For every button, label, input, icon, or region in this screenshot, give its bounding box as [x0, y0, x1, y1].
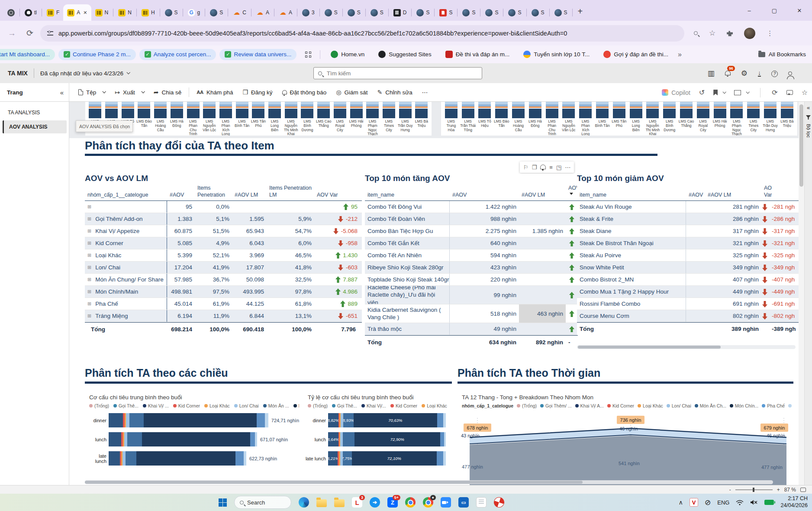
url-field[interactable]: app.powerbi.com/groups/df0b8997-7710-420… — [40, 25, 684, 42]
store-mini-chart[interactable]: LMS Phan Xích Long — [578, 102, 593, 136]
all-bookmarks-button[interactable]: All Bookmarks — [758, 51, 806, 58]
table-row[interactable]: Combo Bistrot 2_MN407 nghìn-407 ngh — [577, 274, 799, 286]
column-header[interactable]: AOV Var — [314, 192, 359, 199]
fit-to-page-icon[interactable] — [800, 488, 806, 492]
expand-icon[interactable]: ⊞ — [87, 216, 91, 222]
legend-item[interactable]: (Trống) — [517, 403, 537, 408]
notepad-icon[interactable] — [476, 497, 487, 508]
table-row[interactable]: Steak De Bistrot Thăn Ngoại321 nghìn-321… — [577, 237, 799, 249]
bookmark-item[interactable]: Home.vn — [328, 51, 367, 58]
visual-aov-vs-aovlm-table[interactable]: AOV vs AOV LM nhóm_cấp_1__catelogue#AOVI… — [85, 174, 362, 336]
table-total-row[interactable]: Tổng634 nghìn892 nghìn- — [365, 335, 578, 349]
eye-off-icon[interactable]: ⊘ — [705, 498, 711, 507]
reload-icon[interactable]: ⟳ — [26, 28, 33, 38]
legend-item[interactable]: Tráng Miệng — [788, 403, 793, 408]
store-mini-chart[interactable]: LMS Cao Thắng — [679, 102, 694, 136]
sidebar-item-aov-analysis[interactable]: AOV ANALYSIS — [3, 120, 67, 133]
table-row[interactable]: ⊞Món Ăn Chung/ For Share57.98536,7%50.09… — [85, 274, 362, 286]
minimize-button[interactable]: – — [737, 7, 762, 14]
column-header[interactable]: item_name — [577, 192, 686, 199]
store-mini-chart[interactable]: LMS Đào Tấn — [136, 102, 152, 136]
vietkey-icon[interactable]: V — [690, 498, 698, 507]
table-row[interactable]: Combo Bàn Tiệc Hợp Gu2.275 nghìn1.385 ng… — [365, 225, 578, 237]
zalo-icon[interactable]: Z5+ — [387, 497, 398, 508]
bar-row[interactable]: lunch8,64%72,90% — [304, 432, 451, 446]
monitor-app-icon[interactable]: ▭ — [458, 497, 469, 508]
table-row[interactable]: ⊞Lon/ Chai17.20441,9%17.80741,8%-603 — [85, 262, 362, 274]
store-mini-chart[interactable]: LMS Hải Phòng — [348, 102, 364, 136]
legend-item[interactable]: Món Ăn ... — [263, 403, 289, 408]
browser-tab[interactable]: F — [43, 4, 63, 21]
store-mini-chart[interactable]: LMS Nguyễn Thị Minh Khai — [283, 102, 299, 136]
legend-item[interactable]: Món Chín... — [730, 403, 758, 408]
table-row[interactable]: ⊞Pha Chế45.01461,9%44.12561,8%889 — [85, 298, 362, 310]
table-row[interactable]: Rossini Flambé Combo691 nghìn-691 ngh — [577, 298, 799, 310]
refresh-visuals-icon[interactable]: ⟳ — [772, 88, 777, 97]
visual-avg-spend-by-session[interactable]: Cơ cấu chi tiêu trung bình theo buổi (Tr… — [85, 390, 299, 485]
back-icon[interactable]: → — [8, 29, 16, 38]
canvas-vertical-scrollbar[interactable] — [799, 102, 804, 485]
toolbar-doc-button[interactable]: Tệp — [74, 86, 110, 99]
chrome-icon[interactable] — [405, 497, 416, 508]
column-header[interactable]: AOV — [566, 185, 578, 198]
bookmark-item[interactable]: Gợi ý đáp án đề thi... — [601, 51, 671, 58]
focus-mode-icon[interactable]: ◳ — [556, 164, 561, 171]
refresh-chevron-icon[interactable] — [127, 71, 130, 74]
wifi-icon[interactable] — [736, 499, 744, 505]
zoom-out-button[interactable]: - — [729, 487, 731, 493]
bookmark-star-icon[interactable]: ☆ — [709, 29, 715, 38]
table-row[interactable]: ⊞950,0%95 — [85, 201, 362, 213]
bar-row[interactable]: late lunch8,21%7,75%72,10% — [304, 451, 451, 466]
column-header[interactable]: #AOV LM — [705, 192, 761, 199]
store-mini-chart[interactable]: LMS Nguyễn Thị Minh Khai — [645, 102, 661, 136]
search-input[interactable] — [326, 70, 477, 77]
browser-tab[interactable]: 3 — [298, 4, 319, 21]
aov-lm-value[interactable]: 463 nghìn — [519, 304, 566, 323]
global-search[interactable] — [313, 67, 482, 79]
store-mini-chart[interactable]: LMS Times City — [381, 102, 397, 136]
browser-tab[interactable]: S — [551, 4, 571, 21]
tab-close-icon[interactable]: ✕ — [83, 10, 87, 16]
table-row[interactable]: ⊞Khai Vị/ Appetize60.87551,5%65.94354,7%… — [85, 225, 362, 237]
column-header[interactable]: Items Penetration LM — [267, 185, 314, 198]
column-header[interactable]: #AOV — [167, 192, 195, 199]
browser-tab[interactable]: A✕ — [63, 4, 91, 21]
expand-icon[interactable]: ⊞ — [87, 228, 91, 234]
visual-store-small-multiples-left[interactable]: LMS Trung HòaLMS Trần Thái TôngLMS Tô Hi… — [85, 102, 432, 136]
bookmark-pill[interactable]: ✓Analyze cost percen... — [139, 49, 216, 60]
browser-tab[interactable]: ☁C — [229, 4, 250, 21]
maximize-button[interactable]: ▢ — [762, 7, 787, 14]
l-app-icon[interactable]: L3 — [352, 497, 362, 508]
table-row[interactable]: Raclette Cheese (Phô mai Raclette chảy)_… — [365, 286, 578, 304]
store-mini-chart[interactable]: LMS Trần Duy Hưng — [763, 102, 778, 136]
visual-pct-spend-by-session[interactable]: Tỷ lệ cơ cấu chi tiêu trung bình theo bu… — [303, 390, 451, 485]
legend-item[interactable]: Gọi Thê... — [113, 403, 139, 408]
bookmark-item[interactable]: Tuyển sinh lớp 10 T... — [521, 51, 592, 58]
store-mini-chart[interactable]: LMS Hải Phòng — [712, 102, 728, 136]
browser-tab[interactable]: N — [114, 4, 135, 21]
table-row[interactable]: Steak & Frite286 nghìn-286 ngh — [577, 213, 799, 225]
visual-top10-increase-table[interactable]: Top 10 món tăng AOV item_name#AOV#AOV LM… — [365, 174, 578, 349]
legend-item[interactable]: Lon/ Chai — [234, 403, 259, 408]
toolbar-export-button[interactable]: ↦Xuất — [110, 86, 149, 99]
table-row[interactable]: ⊞Loại Khác5.39952,1%3.96946,5%1.430 — [85, 249, 362, 262]
visual-store-small-multiples-right[interactable]: LMS Trung HòaLMS Trần Thái TôngLMS Tô Hi… — [441, 102, 797, 136]
store-mini-chart[interactable]: LMS Bình Tân — [595, 102, 610, 136]
bookmarks-menu-icon[interactable] — [713, 90, 725, 96]
legend-item[interactable]: Món Chí... — [293, 403, 299, 408]
store-mini-chart[interactable]: LMS Nguyễn Văn Lộc — [561, 102, 577, 136]
bookmark-item[interactable]: Đề thi và đáp án m... — [443, 51, 512, 58]
bar-row[interactable]: dinner8,82%8,93%70,63% — [304, 413, 451, 427]
notifications-bell-icon[interactable]: 96 — [725, 69, 731, 78]
bookmark-pill[interactable]: ✓Continue Phase 2 m... — [58, 49, 136, 60]
help-icon[interactable]: ? — [771, 69, 778, 78]
legend-item[interactable]: Loại Khác — [638, 403, 663, 408]
store-mini-chart[interactable]: LMS Hoàng Cầu — [511, 102, 526, 136]
start-button[interactable] — [219, 498, 227, 507]
store-mini-chart[interactable]: LMS Long Biên — [267, 102, 283, 136]
store-mini-chart[interactable]: LMS Trung Hòa — [443, 102, 459, 136]
taskbar-search[interactable]: Search — [234, 496, 291, 509]
table-row[interactable]: Kidia Carbernet Sauvignon ( Vang Chile )… — [365, 304, 578, 323]
view-menu-icon[interactable] — [734, 90, 749, 95]
battery-icon[interactable] — [764, 500, 774, 505]
